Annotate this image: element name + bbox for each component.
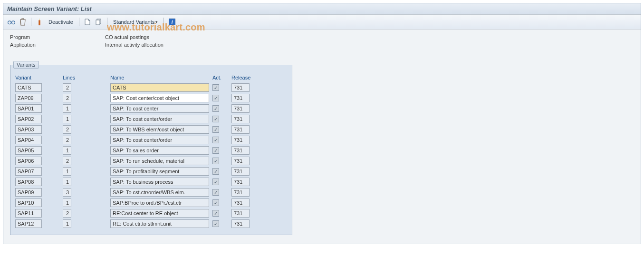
- name-cell[interactable]: SAP: To sales order: [110, 146, 209, 155]
- chevron-down-icon: ▾: [155, 20, 158, 24]
- active-checkbox[interactable]: ✓: [212, 179, 219, 185]
- variant-cell[interactable]: ZAP09: [15, 94, 42, 102]
- name-cell[interactable]: SAP: To profitability segment: [110, 167, 209, 176]
- table-row[interactable]: SAP101SAP:BProc to ord./BPr./cst.ctr✓731: [14, 198, 288, 208]
- active-checkbox[interactable]: ✓: [212, 220, 219, 227]
- variant-cell[interactable]: SAP04: [15, 136, 42, 144]
- variant-cell[interactable]: SAP09: [15, 188, 42, 197]
- name-cell[interactable]: SAP: To WBS elem/cost object: [110, 125, 209, 134]
- standard-variants-button[interactable]: Standard Variants ▾: [111, 18, 160, 26]
- variant-cell[interactable]: SAP11: [15, 209, 42, 218]
- lines-cell[interactable]: 1: [63, 104, 71, 113]
- name-cell[interactable]: SAP: To cost center: [110, 104, 209, 113]
- active-checkbox[interactable]: ✓: [212, 147, 219, 154]
- lines-cell[interactable]: 2: [63, 83, 71, 92]
- variant-cell[interactable]: SAP08: [15, 178, 42, 186]
- table-row[interactable]: SAP093SAP: To cst.ctr/order/WBS elm.✓731: [14, 187, 288, 198]
- table-row[interactable]: SAP021SAP: To cost center/order✓731: [14, 114, 288, 124]
- release-cell[interactable]: 731: [231, 94, 250, 102]
- name-cell[interactable]: SAP: To cost center/order: [110, 115, 209, 123]
- table-row[interactable]: SAP071SAP: To profitability segment✓731: [14, 166, 288, 177]
- separator: [107, 18, 107, 26]
- variant-cell[interactable]: SAP01: [15, 104, 42, 113]
- variant-cell[interactable]: SAP12: [15, 219, 42, 228]
- table-row[interactable]: SAP011SAP: To cost center✓731: [14, 103, 288, 114]
- lines-cell[interactable]: 2: [63, 94, 71, 102]
- release-cell[interactable]: 731: [231, 146, 250, 155]
- release-cell[interactable]: 731: [231, 83, 250, 92]
- name-cell[interactable]: SAP: To run schedule, material: [110, 157, 209, 165]
- release-cell[interactable]: 731: [231, 115, 250, 123]
- col-header-variant[interactable]: Variant: [15, 75, 63, 80]
- name-cell[interactable]: RE:Cost center to RE object: [110, 209, 209, 218]
- active-checkbox[interactable]: ✓: [212, 116, 219, 122]
- table-row[interactable]: SAP112RE:Cost center to RE object✓731: [14, 208, 288, 218]
- table-row[interactable]: SAP042SAP: To cost center/order✓731: [14, 135, 288, 145]
- release-cell[interactable]: 731: [231, 104, 250, 113]
- active-checkbox[interactable]: ✓: [212, 199, 219, 206]
- active-checkbox[interactable]: ✓: [212, 95, 219, 101]
- active-checkbox[interactable]: ✓: [212, 137, 219, 143]
- name-cell[interactable]: SAP:BProc to ord./BPr./cst.ctr: [110, 199, 209, 207]
- col-header-release[interactable]: Release: [231, 75, 265, 80]
- variant-cell[interactable]: SAP10: [15, 199, 42, 207]
- candle-icon[interactable]: [35, 18, 44, 26]
- lines-cell[interactable]: 3: [63, 188, 71, 197]
- name-cell[interactable]: SAP: To business process: [110, 178, 209, 186]
- release-cell[interactable]: 731: [231, 219, 250, 228]
- info-icon[interactable]: i: [168, 18, 176, 26]
- release-cell[interactable]: 731: [231, 136, 250, 144]
- table-row[interactable]: SAP051SAP: To sales order✓731: [14, 145, 288, 156]
- table-row[interactable]: ZAP092SAP: Cost center/cost object✓731: [14, 93, 288, 103]
- active-checkbox[interactable]: ✓: [212, 84, 219, 91]
- release-cell[interactable]: 731: [231, 199, 250, 207]
- lines-cell[interactable]: 2: [63, 157, 71, 165]
- variant-cell[interactable]: SAP05: [15, 146, 42, 155]
- active-checkbox[interactable]: ✓: [212, 168, 219, 175]
- table-row[interactable]: SAP121RE: Cost ctr.to stlmnt.unit✓731: [14, 218, 288, 229]
- lines-cell[interactable]: 2: [63, 136, 71, 144]
- variant-cell[interactable]: SAP06: [15, 157, 42, 165]
- variant-cell[interactable]: SAP07: [15, 167, 42, 176]
- release-cell[interactable]: 731: [231, 178, 250, 186]
- lines-cell[interactable]: 1: [63, 219, 71, 228]
- trash-icon[interactable]: [19, 18, 27, 26]
- table-row[interactable]: SAP032SAP: To WBS elem/cost object✓731: [14, 124, 288, 135]
- lines-cell[interactable]: 1: [63, 178, 71, 186]
- glasses-icon[interactable]: [7, 18, 16, 26]
- variant-cell[interactable]: CATS: [15, 83, 42, 92]
- col-header-name[interactable]: Name: [110, 75, 212, 80]
- name-cell[interactable]: RE: Cost ctr.to stlmnt.unit: [110, 219, 209, 228]
- name-cell[interactable]: SAP: Cost center/cost object: [110, 94, 209, 102]
- col-header-lines[interactable]: Lines: [63, 75, 110, 80]
- active-checkbox[interactable]: ✓: [212, 158, 219, 164]
- deactivate-button[interactable]: Deactivate: [47, 18, 75, 26]
- lines-cell[interactable]: 2: [63, 125, 71, 134]
- active-checkbox[interactable]: ✓: [212, 105, 219, 112]
- active-checkbox[interactable]: ✓: [212, 189, 219, 196]
- name-cell[interactable]: CATS: [110, 83, 209, 92]
- release-cell[interactable]: 731: [231, 167, 250, 176]
- lines-cell[interactable]: 1: [63, 167, 71, 176]
- variant-cell[interactable]: SAP02: [15, 115, 42, 123]
- release-cell[interactable]: 731: [231, 209, 250, 218]
- col-header-act[interactable]: Act.: [212, 75, 231, 80]
- name-cell[interactable]: SAP: To cst.ctr/order/WBS elm.: [110, 188, 209, 197]
- release-cell[interactable]: 731: [231, 188, 250, 197]
- lines-cell[interactable]: 2: [63, 209, 71, 218]
- lines-cell[interactable]: 1: [63, 199, 71, 207]
- name-cell[interactable]: SAP: To cost center/order: [110, 136, 209, 144]
- variant-cell[interactable]: SAP03: [15, 125, 42, 134]
- new-doc-icon[interactable]: [83, 18, 92, 26]
- lines-cell[interactable]: 1: [63, 115, 71, 123]
- lines-cell[interactable]: 1: [63, 146, 71, 155]
- copy-icon[interactable]: [95, 18, 103, 26]
- release-cell[interactable]: 731: [231, 125, 250, 134]
- active-checkbox[interactable]: ✓: [212, 210, 219, 217]
- release-cell[interactable]: 731: [231, 157, 250, 165]
- separator: [31, 18, 31, 26]
- table-row[interactable]: CATS2CATS✓731: [14, 82, 288, 93]
- active-checkbox[interactable]: ✓: [212, 126, 219, 133]
- table-row[interactable]: SAP062SAP: To run schedule, material✓731: [14, 156, 288, 166]
- table-row[interactable]: SAP081SAP: To business process✓731: [14, 177, 288, 187]
